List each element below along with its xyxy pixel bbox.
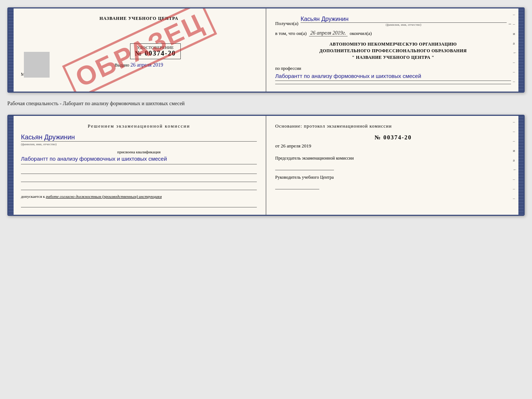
received-label: Получил(а)	[275, 21, 298, 26]
org-line2: ДОПОЛНИТЕЛЬНОГО ПРОФЕССИОНАЛЬНОГО ОБРАЗО…	[275, 47, 511, 54]
in-that-line: в том, что он(а) 26 апреля 2019г. окончи…	[275, 30, 511, 36]
decision-person-name: Касьян Дружинин	[21, 133, 257, 142]
basis-title: Основание: протокол экзаменационной коми…	[275, 123, 511, 129]
book-content-second: Решением экзаменационной комиссии Касьян…	[14, 116, 518, 215]
signature-lines	[21, 167, 257, 190]
left-page-cert: НАЗВАНИЕ УЧЕБНОГО ЦЕНТРА УДОСТОВЕРЕНИЕ №…	[14, 8, 266, 92]
book-spine-left	[8, 8, 14, 92]
org-line1: АВТОНОМНУЮ НЕКОММЕРЧЕСКУЮ ОРГАНИЗАЦИЮ	[275, 41, 511, 47]
sig-line1	[21, 167, 257, 174]
chairman-sig-line	[275, 163, 334, 170]
received-sublabel: (фамилия, имя, отчество)	[301, 23, 506, 26]
cert-school-title: НАЗВАНИЕ УЧЕБНОГО ЦЕНТРА	[21, 16, 257, 21]
first-document: НАЗВАНИЕ УЧЕБНОГО ЦЕНТРА УДОСТОВЕРЕНИЕ №…	[7, 7, 525, 93]
admits-value: работе согласно должностным (производств…	[46, 194, 162, 199]
decision-title: Решением экзаменационной комиссии	[21, 123, 257, 129]
cert-label: УДОСТОВЕРЕНИЕ	[137, 45, 174, 50]
admits-label: допускается к	[21, 194, 45, 199]
basis-date: 26 апреля 2019	[281, 143, 311, 149]
cert-issued: Выдано 26 апреля 2019	[21, 62, 257, 68]
profession-label: по профессии	[275, 66, 511, 71]
sig-line2	[21, 175, 257, 182]
finished-label: окончил(а)	[350, 31, 372, 36]
head-label: Руководитель учебного Центра	[275, 174, 511, 181]
decision-person-sublabel: (фамилия, имя, отчество)	[21, 142, 257, 146]
issued-label: Выдано	[115, 63, 129, 68]
sig-line3	[21, 184, 257, 190]
page-container: НАЗВАНИЕ УЧЕБНОГО ЦЕНТРА УДОСТОВЕРЕНИЕ №…	[7, 7, 525, 216]
admits-block: допускается к работе согласно должностны…	[21, 194, 257, 199]
basis-number: № 00374-20	[275, 134, 511, 141]
qualification-label: присвоена квалификация	[21, 150, 257, 154]
qualification-value: Лаборантт по анализу формовочных и шихто…	[21, 155, 257, 163]
admits-line	[21, 201, 257, 207]
org-block: АВТОНОМНУЮ НЕКОММЕРЧЕСКУЮ ОРГАНИЗАЦИЮ ДО…	[275, 41, 511, 61]
chairman-block: Председатель экзаменационной комиссии	[275, 155, 511, 170]
specialty-text: Рабочая специальность - Лаборант по анал…	[7, 99, 525, 108]
basis-date-prefix: от	[275, 143, 280, 149]
photo-placeholder	[24, 52, 50, 78]
in-that-label: в том, что он(а)	[275, 31, 307, 36]
right-page-basis: Основание: протокол экзаменационной коми…	[266, 116, 518, 215]
received-line: Получил(а) Касьян Дружинин (фамилия, имя…	[275, 16, 511, 26]
side-dashes-right2: – – – и а ← – – –	[513, 120, 517, 200]
side-dashes-right1: – – и а ← – – –	[513, 12, 517, 83]
received-name: Касьян Дружинин	[301, 16, 506, 23]
cert-number: № 00374-20	[135, 50, 176, 57]
head-block: Руководитель учебного Центра	[275, 174, 511, 189]
second-document: Решением экзаменационной комиссии Касьян…	[7, 115, 525, 216]
in-that-date: 26 апреля 2019г.	[309, 30, 348, 36]
cert-number-box: УДОСТОВЕРЕНИЕ № 00374-20	[130, 43, 181, 59]
issued-date: 26 апреля 2019	[130, 62, 163, 68]
profession-underline	[275, 81, 511, 81]
profession-underline2	[275, 84, 511, 84]
right-page-cert: Получил(а) Касьян Дружинин (фамилия, имя…	[266, 8, 518, 92]
left-page-decision: Решением экзаменационной комиссии Касьян…	[14, 116, 266, 215]
book-spine-right2	[518, 116, 524, 215]
org-line3: " НАЗВАНИЕ УЧЕБНОГО ЦЕНТРА "	[275, 54, 511, 61]
profession-value: Лаборантт по анализу формовочных и шихто…	[275, 72, 511, 80]
basis-date-line: от 26 апреля 2019	[275, 143, 511, 149]
book-spine-right	[518, 8, 524, 92]
head-sig-line	[275, 182, 319, 189]
book-content-first: НАЗВАНИЕ УЧЕБНОГО ЦЕНТРА УДОСТОВЕРЕНИЕ №…	[14, 8, 518, 92]
qual-underline	[21, 164, 257, 164]
mp-label: М.П.	[21, 72, 257, 77]
dash1: –	[509, 21, 511, 26]
chairman-label: Председатель экзаменационной комиссии	[275, 155, 511, 161]
book-spine-left2	[8, 116, 14, 215]
